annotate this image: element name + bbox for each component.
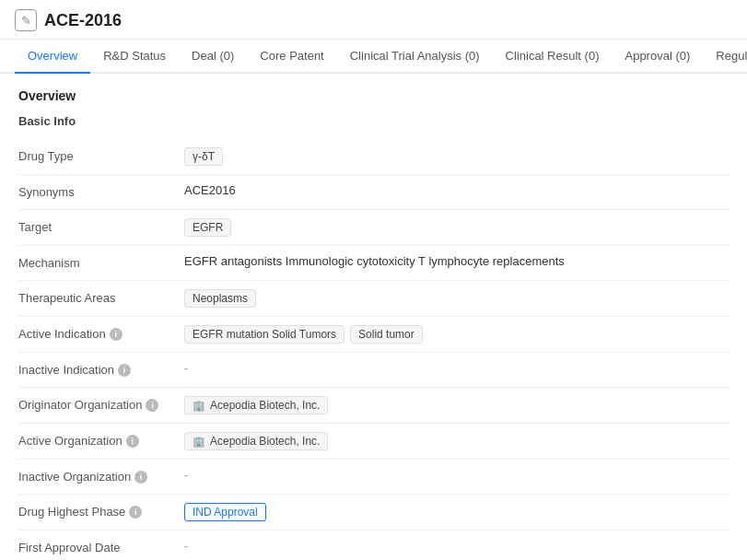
info-row-originator-organization: Originator Organizationi🏢Acepodia Biotec… [18, 388, 729, 424]
field-value: - [184, 539, 729, 553]
tab-overview[interactable]: Overview [15, 40, 90, 74]
field-label: Synonyms [18, 183, 184, 199]
tab-rd-status[interactable]: R&D Status [90, 40, 179, 74]
tab-approval[interactable]: Approval (0) [612, 40, 703, 74]
field-value: EGFR [184, 218, 729, 237]
tag: Solid tumor [350, 325, 423, 344]
field-value: γ-δT [184, 147, 729, 166]
field-value: 🏢Acepodia Biotech, Inc. [184, 396, 729, 414]
tag: Neoplasms [184, 289, 256, 308]
org-name: Acepodia Biotech, Inc. [210, 435, 320, 448]
text-value: EGFR antagonists Immunologic cytotoxicit… [184, 254, 565, 268]
tag: γ-δT [184, 147, 223, 166]
field-value: - [184, 361, 729, 375]
info-row-active-organization: Active Organizationi🏢Acepodia Biotech, I… [18, 424, 729, 460]
field-label: Inactive Indicationi [18, 361, 184, 377]
org-icon: 🏢 [193, 400, 205, 412]
field-label: Drug Highest Phasei [18, 503, 184, 519]
info-row-inactive-indication: Inactive Indicationi- [18, 353, 729, 388]
info-row-drug-type: Drug Typeγ-δT [18, 139, 729, 175]
info-row-synonyms: SynonymsACE2016 [18, 175, 729, 210]
tab-core-patent[interactable]: Core Patent [247, 40, 336, 74]
info-icon[interactable]: i [126, 435, 139, 448]
subsection-title: Basic Info [18, 114, 729, 128]
tab-regulation[interactable]: Regulation (0) [703, 40, 747, 74]
info-row-first-approval-date: First Approval Date- [18, 531, 729, 560]
tag-blue: IND Approval [184, 503, 266, 521]
org-tag[interactable]: 🏢Acepodia Biotech, Inc. [184, 396, 328, 414]
field-label: Inactive Organizationi [18, 468, 184, 484]
page-header: ✎ ACE-2016 [0, 0, 747, 40]
info-row-target: TargetEGFR [18, 210, 729, 246]
info-row-inactive-organization: Inactive Organizationi- [18, 460, 729, 495]
field-value: - [184, 468, 729, 482]
field-value: EGFR mutation Solid TumorsSolid tumor [184, 325, 729, 344]
info-row-mechanism: MechanismEGFR antagonists Immunologic cy… [18, 246, 729, 281]
tab-deal[interactable]: Deal (0) [179, 40, 247, 74]
text-value: ACE2016 [184, 183, 236, 197]
tab-clinical-trial-analysis[interactable]: Clinical Trial Analysis (0) [337, 40, 493, 74]
field-value: ACE2016 [184, 183, 729, 197]
field-label: Target [18, 218, 184, 234]
field-label: Active Indicationi [18, 325, 184, 341]
nav-tabs: OverviewR&D StatusDeal (0)Core PatentCli… [0, 40, 747, 74]
org-tag[interactable]: 🏢Acepodia Biotech, Inc. [184, 432, 328, 450]
dash-value: - [184, 361, 188, 375]
field-label: Therapeutic Areas [18, 289, 184, 305]
info-icon[interactable]: i [134, 471, 147, 484]
info-row-active-indication: Active IndicationiEGFR mutation Solid Tu… [18, 317, 729, 353]
field-value: 🏢Acepodia Biotech, Inc. [184, 432, 729, 450]
org-icon: 🏢 [193, 436, 205, 448]
org-name: Acepodia Biotech, Inc. [210, 399, 320, 412]
info-icon[interactable]: i [118, 364, 131, 377]
tab-clinical-result[interactable]: Clinical Result (0) [493, 40, 613, 74]
field-label: Originator Organizationi [18, 396, 184, 412]
dash-value: - [184, 539, 188, 553]
drug-icon: ✎ [15, 9, 37, 31]
info-icon[interactable]: i [146, 399, 158, 412]
info-icon[interactable]: i [110, 328, 123, 341]
field-value: IND Approval [184, 503, 729, 521]
page-title: ACE-2016 [44, 11, 122, 30]
field-label: First Approval Date [18, 539, 184, 554]
info-row-drug-highest-phase: Drug Highest PhaseiIND Approval [18, 495, 729, 531]
field-value: Neoplasms [184, 289, 729, 308]
tag: EGFR [184, 218, 231, 237]
dash-value: - [184, 468, 188, 482]
section-title: Overview [18, 88, 729, 103]
field-label: Drug Type [18, 147, 184, 163]
field-label: Active Organizationi [18, 432, 184, 448]
field-value: EGFR antagonists Immunologic cytotoxicit… [184, 254, 729, 268]
overview-content: Overview Basic Info Drug Typeγ-δTSynonym… [0, 74, 747, 560]
info-icon[interactable]: i [129, 506, 142, 519]
field-label: Mechanism [18, 254, 184, 270]
info-row-therapeutic-areas: Therapeutic AreasNeoplasms [18, 281, 729, 317]
info-table: Drug Typeγ-δTSynonymsACE2016TargetEGFRMe… [18, 139, 729, 560]
tag: EGFR mutation Solid Tumors [184, 325, 344, 344]
